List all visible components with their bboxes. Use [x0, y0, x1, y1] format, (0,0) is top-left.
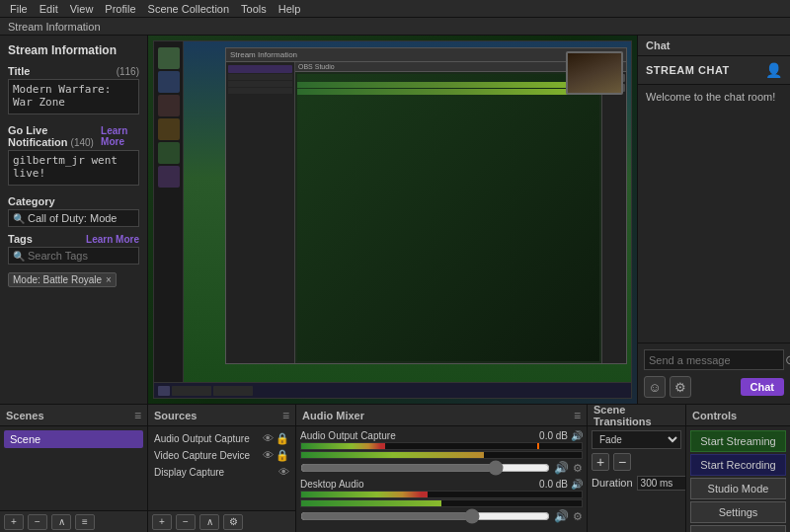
scenes-menu-footer-btn[interactable]: ≡	[75, 514, 95, 530]
audio-vol-icon-1[interactable]: 🔊	[554, 461, 569, 475]
sources-up-btn[interactable]: ∧	[199, 514, 219, 530]
audio-volume-1[interactable]	[300, 462, 550, 474]
scenes-remove-btn[interactable]: −	[28, 514, 47, 530]
transition-add-btn[interactable]: +	[592, 453, 609, 471]
source-item-video: Video Capture Device 👁 🔒	[152, 447, 291, 464]
stream-info-title-label: Stream Information	[8, 21, 101, 33]
transition-duration-row: Duration ▲ ▼	[592, 474, 681, 492]
golive-label: Go Live Notification	[8, 124, 68, 148]
title-char-count: (116)	[117, 66, 139, 77]
menu-bar: File Edit View Profile Scene Collection …	[0, 0, 790, 18]
transition-type-select[interactable]: Fade	[592, 430, 681, 449]
sources-content: Audio Output Capture 👁 🔒 Video Capture D…	[148, 426, 295, 510]
start-streaming-btn[interactable]: Start Streaming	[690, 430, 786, 452]
menu-help[interactable]: Help	[273, 0, 307, 18]
stream-info-titlebar: Stream Information	[0, 18, 790, 36]
sources-menu-icon[interactable]: ≡	[282, 409, 289, 422]
source-audio-eye[interactable]: 👁	[263, 432, 274, 445]
audio-track-1: Audio Output Capture 0.0 dB 🔊 🔊 ⚙	[300, 430, 583, 475]
audio-menu-icon[interactable]: ≡	[574, 409, 581, 422]
preview-screenshot: Stream Information OBS Studio	[148, 36, 637, 404]
tags-badges: Mode: Battle Royale ×	[8, 270, 139, 289]
chat-actions: ☺ ⚙ Chat	[644, 376, 784, 398]
scenes-add-btn[interactable]: +	[4, 514, 24, 530]
chat-settings-btn[interactable]: ⚙	[670, 376, 691, 398]
source-display-eye[interactable]: 👁	[278, 466, 289, 478]
studio-mode-btn[interactable]: Studio Mode	[690, 478, 786, 499]
audio-track-1-mute[interactable]: 🔊	[571, 430, 583, 441]
tags-input[interactable]	[28, 250, 134, 262]
tags-learn-more[interactable]: Learn More	[86, 234, 139, 245]
audio-header: Audio Mixer ≡	[296, 405, 587, 426]
source-video-eye[interactable]: 👁	[263, 449, 274, 462]
scenes-label: Scenes	[6, 410, 44, 421]
audio-volume-2[interactable]	[300, 510, 550, 522]
source-audio-lock[interactable]: 🔒	[276, 432, 289, 445]
tags-field-label: Tags Learn More	[8, 233, 139, 245]
sources-header-icons: ≡	[282, 409, 289, 422]
audio-header-icons: ≡	[574, 409, 581, 422]
chat-person-icon: 👤	[765, 62, 782, 78]
transitions-panel: Scene Transitions Fade + − Duration ▲ ▼	[588, 405, 686, 532]
bottom-panel: Scenes ≡ Scene + − ∧ ≡ Sources ≡ Audio O…	[0, 404, 790, 532]
audio-settings-icon-2[interactable]: ⚙	[573, 510, 583, 523]
menu-tools[interactable]: Tools	[235, 0, 273, 18]
start-recording-btn[interactable]: Start Recording	[690, 454, 786, 476]
sources-header: Sources ≡	[148, 405, 295, 426]
transition-remove-btn[interactable]: −	[613, 453, 631, 471]
scenes-footer: + − ∧ ≡	[0, 510, 147, 532]
scenes-panel: Scenes ≡ Scene + − ∧ ≡	[0, 405, 148, 532]
title-input[interactable]: Modern Warfare: War Zone	[8, 79, 139, 114]
audio-meter-2-fill	[301, 492, 428, 497]
tag-remove-btn[interactable]: ×	[106, 274, 112, 285]
chat-panel-title: Chat	[646, 39, 670, 51]
golive-field-label: Go Live Notification (140) Learn More	[8, 124, 139, 148]
audio-meter-1	[300, 442, 583, 450]
chat-send-button[interactable]: Chat	[741, 378, 784, 396]
scenes-up-btn[interactable]: ∧	[51, 514, 71, 530]
audio-track-1-name: Audio Output Capture	[300, 430, 396, 441]
chat-panel: Chat STREAM CHAT 👤 Welcome to the chat r…	[637, 36, 790, 404]
sources-footer: + − ∧ ⚙	[148, 510, 295, 532]
chat-message-input[interactable]	[649, 354, 785, 366]
stream-chat-header: STREAM CHAT 👤	[638, 56, 790, 85]
stream-info-heading: Stream Information	[8, 43, 139, 57]
source-video-lock[interactable]: 🔒	[276, 449, 289, 462]
transitions-content: Fade + − Duration ▲ ▼	[588, 426, 685, 532]
tags-search-wrap: 🔍	[8, 247, 139, 265]
scenes-menu-icon[interactable]: ≡	[134, 409, 141, 422]
preview-area: Stream Information OBS Studio	[148, 36, 637, 404]
menu-profile[interactable]: Profile	[99, 0, 141, 18]
exit-btn[interactable]: Exit	[690, 525, 786, 532]
menu-scene-collection[interactable]: Scene Collection	[142, 0, 236, 18]
audio-vol-icon-2[interactable]: 🔊	[554, 509, 569, 523]
sources-remove-btn[interactable]: −	[176, 514, 196, 530]
sources-add-btn[interactable]: +	[152, 514, 172, 530]
controls-panel: Controls Start Streaming Start Recording…	[686, 405, 790, 532]
menu-view[interactable]: View	[64, 0, 100, 18]
audio-track-2-header: Desktop Audio 0.0 dB 🔊	[300, 479, 583, 490]
preview-desktop: Stream Information OBS Studio	[153, 40, 632, 399]
category-search-wrap: 🔍	[8, 209, 139, 227]
menu-file[interactable]: File	[4, 0, 34, 18]
menu-edit[interactable]: Edit	[34, 0, 64, 18]
transition-duration-input[interactable]	[637, 476, 685, 491]
audio-label: Audio Mixer	[302, 410, 364, 421]
source-audio-icons: 👁 🔒	[263, 432, 289, 445]
settings-btn[interactable]: Settings	[690, 501, 786, 523]
chat-input-area: ⊙ ☺ ⚙ Chat	[638, 342, 790, 404]
audio-track-2-name: Desktop Audio	[300, 479, 364, 490]
category-label: Category	[8, 195, 55, 207]
scene-item-scene[interactable]: Scene	[4, 430, 143, 448]
source-audio-label: Audio Output Capture	[154, 433, 250, 444]
sources-settings-btn[interactable]: ⚙	[223, 514, 243, 530]
controls-label: Controls	[692, 410, 737, 421]
golive-input[interactable]: gilbertm_jr went live!	[8, 150, 139, 186]
sources-panel: Sources ≡ Audio Output Capture 👁 🔒 Video…	[148, 405, 296, 532]
audio-settings-icon-1[interactable]: ⚙	[573, 462, 583, 475]
chat-emoji-btn[interactable]: ☺	[644, 376, 666, 398]
audio-track-2-mute[interactable]: 🔊	[571, 479, 583, 490]
golive-learn-more[interactable]: Learn More	[101, 125, 139, 147]
source-video-icons: 👁 🔒	[263, 449, 289, 462]
category-input[interactable]	[28, 212, 134, 224]
